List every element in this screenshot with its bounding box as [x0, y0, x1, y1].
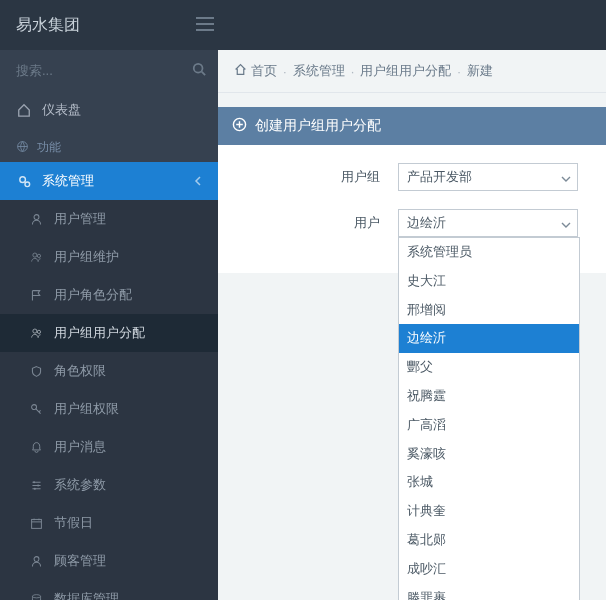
sidebar-functions[interactable]: 功能 — [0, 129, 218, 162]
plus-circle-icon — [232, 117, 247, 135]
sidebar-item-label: 用户组用户分配 — [54, 324, 145, 342]
flag-icon — [28, 287, 44, 303]
crumb-sep: · — [457, 64, 461, 79]
menu-toggle-icon[interactable] — [196, 17, 214, 34]
sidebar-item[interactable]: 用户组维护 — [0, 238, 218, 276]
user-select[interactable]: 边绘沂 系统管理员史大江邢增阅边绘沂酆父祝腾霆广高滔奚濠咳张城计典奎葛北郧成吵汇… — [398, 209, 578, 237]
dropdown-item[interactable]: 广高滔 — [399, 411, 579, 440]
sidebar-dashboard[interactable]: 仪表盘 — [0, 91, 218, 129]
calendar-icon — [28, 515, 44, 531]
svg-point-14 — [34, 556, 39, 561]
crumb-sep: · — [283, 64, 287, 79]
key-icon — [28, 401, 44, 417]
svg-point-3 — [24, 181, 29, 186]
sidebar-item-label: 角色权限 — [54, 362, 106, 380]
dropdown-item[interactable]: 祝腾霆 — [399, 382, 579, 411]
crumb-usergroup-assign[interactable]: 用户组用户分配 — [360, 62, 451, 80]
sidebar-item[interactable]: 用户消息 — [0, 428, 218, 466]
sidebar-item-label: 用户组维护 — [54, 248, 119, 266]
sidebar-item-label: 仪表盘 — [42, 101, 81, 119]
svg-point-2 — [19, 176, 25, 182]
app-brand: 易水集团 — [16, 15, 196, 36]
sliders-icon — [28, 477, 44, 493]
shield-icon — [28, 363, 44, 379]
sidebar-item-label: 用户管理 — [54, 210, 106, 228]
svg-point-11 — [37, 484, 39, 486]
dropdown-item[interactable]: 史大江 — [399, 267, 579, 296]
search-icon[interactable] — [192, 62, 206, 79]
search-input[interactable] — [16, 63, 184, 78]
sidebar-item[interactable]: 用户角色分配 — [0, 276, 218, 314]
sidebar-item[interactable]: 数据库管理 — [0, 580, 218, 600]
form-label-usergroup: 用户组 — [218, 168, 398, 186]
chevron-down-icon — [561, 170, 571, 185]
bell-icon — [28, 439, 44, 455]
sidebar-item-label: 节假日 — [54, 514, 93, 532]
svg-point-0 — [194, 64, 203, 73]
sidebar: 仪表盘 功能 系统管理 用户管理用户组维护用户角色分配用户组用户分配角色权限用户… — [0, 50, 218, 600]
sidebar-item-label: 数据库管理 — [54, 590, 119, 600]
sidebar-item-label: 功能 — [37, 139, 61, 156]
svg-point-12 — [33, 487, 35, 489]
home-icon — [16, 102, 32, 118]
crumb-current: 新建 — [467, 62, 493, 80]
chevron-left-icon — [194, 174, 202, 189]
svg-point-10 — [33, 481, 35, 483]
svg-point-6 — [37, 254, 40, 257]
dropdown-item[interactable]: 葛北郧 — [399, 526, 579, 555]
form-label-user: 用户 — [218, 214, 398, 232]
crumb-sep: · — [351, 64, 355, 79]
dropdown-item[interactable]: 张城 — [399, 468, 579, 497]
sidebar-item-label: 用户角色分配 — [54, 286, 132, 304]
crumb-home[interactable]: 首页 — [251, 62, 277, 80]
users-icon — [28, 249, 44, 265]
dropdown-item[interactable]: 成吵汇 — [399, 555, 579, 584]
sidebar-item-label: 用户组权限 — [54, 400, 119, 418]
dropdown-item[interactable]: 边绘沂 — [399, 324, 579, 353]
sidebar-item[interactable]: 用户组权限 — [0, 390, 218, 428]
dropdown-item[interactable]: 邢增阅 — [399, 296, 579, 325]
svg-point-4 — [34, 214, 39, 219]
svg-point-8 — [37, 330, 40, 333]
svg-point-15 — [32, 594, 40, 597]
breadcrumb: 首页 · 系统管理 · 用户组用户分配 · 新建 — [218, 50, 606, 93]
dropdown-item[interactable]: 奚濠咳 — [399, 440, 579, 469]
select-value: 产品开发部 — [407, 168, 472, 186]
users-icon — [28, 325, 44, 341]
database-icon — [28, 591, 44, 600]
svg-point-5 — [32, 253, 36, 257]
gears-icon — [16, 173, 32, 189]
dropdown-item[interactable]: 计典奎 — [399, 497, 579, 526]
panel-title: 创建用户组用户分配 — [255, 117, 381, 135]
svg-rect-13 — [31, 519, 41, 528]
sidebar-item-label: 系统参数 — [54, 476, 106, 494]
panel-title-bar: 创建用户组用户分配 — [218, 107, 606, 145]
globe-icon — [16, 140, 29, 156]
dropdown-item[interactable]: 系统管理员 — [399, 238, 579, 267]
sidebar-item[interactable]: 节假日 — [0, 504, 218, 542]
usergroup-select[interactable]: 产品开发部 — [398, 163, 578, 191]
dropdown-item[interactable]: 酆父 — [399, 353, 579, 382]
sidebar-item[interactable]: 用户组用户分配 — [0, 314, 218, 352]
sidebar-item-label: 用户消息 — [54, 438, 106, 456]
sidebar-item[interactable]: 系统参数 — [0, 466, 218, 504]
sidebar-item-label: 顾客管理 — [54, 552, 106, 570]
sidebar-item[interactable]: 用户管理 — [0, 200, 218, 238]
select-value: 边绘沂 — [407, 214, 446, 232]
sidebar-item-label: 系统管理 — [42, 172, 94, 190]
svg-point-7 — [32, 329, 36, 333]
sidebar-item[interactable]: 角色权限 — [0, 352, 218, 390]
user-icon — [28, 211, 44, 227]
dropdown-item[interactable]: 滕罪裹 — [399, 584, 579, 600]
sidebar-item[interactable]: 顾客管理 — [0, 542, 218, 580]
user-dropdown[interactable]: 系统管理员史大江邢增阅边绘沂酆父祝腾霆广高滔奚濠咳张城计典奎葛北郧成吵汇滕罪裹鱼… — [398, 237, 580, 600]
crumb-sysmgmt[interactable]: 系统管理 — [293, 62, 345, 80]
user-icon — [28, 553, 44, 569]
sidebar-sysmgmt[interactable]: 系统管理 — [0, 162, 218, 200]
home-icon — [234, 63, 247, 79]
chevron-down-icon — [561, 216, 571, 231]
